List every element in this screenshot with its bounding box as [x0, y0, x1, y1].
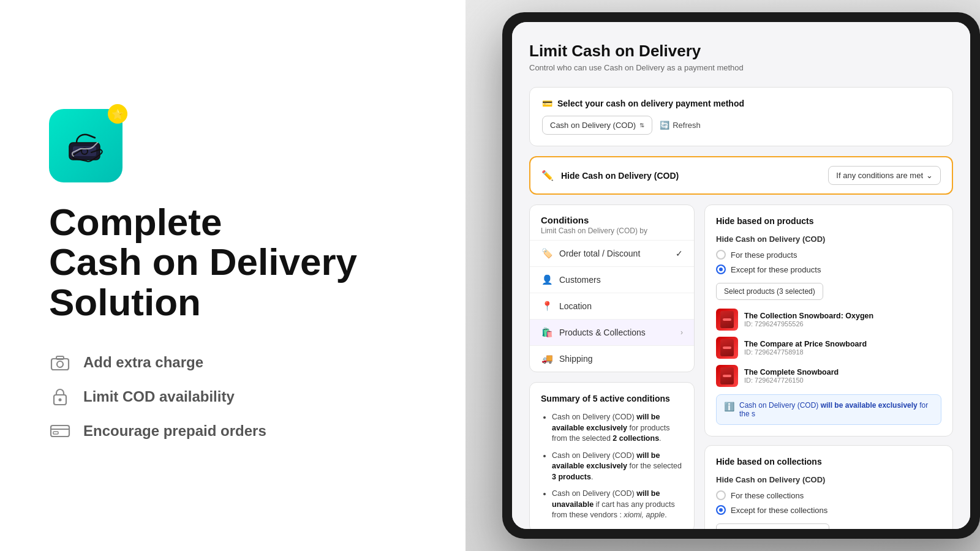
summary-item-2: Cash on Delivery (COD) will be available… — [552, 451, 683, 483]
right-panel: Limit Cash on Delivery Control who can u… — [466, 0, 980, 551]
app-icon-wrapper: ⭐ — [49, 109, 123, 182]
conditions-card: Conditions Limit Cash on Delivery (COD) … — [529, 204, 695, 372]
refresh-button[interactable]: 🔄 Refresh — [660, 121, 701, 130]
radio-for-products[interactable]: For these products — [716, 250, 941, 260]
summary-list: Cash on Delivery (COD) will be available… — [541, 412, 683, 521]
radio-circle-except — [716, 264, 726, 274]
headline: CompleteCash on DeliverySolution — [49, 202, 417, 321]
svg-point-5 — [57, 361, 63, 367]
card-icon — [49, 420, 71, 442]
info-banner: ℹ️ Cash on Delivery (COD) will be availa… — [716, 394, 941, 425]
svg-point-3 — [82, 149, 87, 154]
radio-circle-for — [716, 250, 726, 260]
condition-label-products-collections: Products & Collections — [559, 328, 674, 337]
product-id-1: ID: 7296247955526 — [744, 320, 941, 328]
feature-text-prepaid: Encourage prepaid orders — [83, 422, 266, 440]
lock-icon — [49, 386, 71, 408]
radio-except-products[interactable]: Except for these products — [716, 264, 941, 274]
select-products-button[interactable]: Select products (3 selected) — [716, 283, 823, 300]
check-icon: ✓ — [676, 249, 683, 258]
hide-icon: ✏️ — [541, 170, 554, 181]
radio-for-coll-label: For these collections — [731, 491, 804, 500]
left-panel: ⭐ CompleteCash on DeliverySolution Add e… — [0, 0, 466, 551]
products-card-title: Hide based on products — [716, 216, 941, 226]
select-method-header: 💳 Select your cash on delivery payment m… — [542, 99, 940, 108]
product-item-3: The Complete Snowboard ID: 7296247726150 — [716, 365, 941, 387]
payment-method-dropdown[interactable]: Cash on Delivery (COD) ⇅ — [542, 116, 652, 135]
collections-radio-group: For these collections Except for these c… — [716, 490, 941, 515]
products-sub-label: Hide Cash on Delivery (COD) — [716, 234, 941, 244]
col-left: Conditions Limit Cash on Delivery (COD) … — [529, 204, 695, 529]
condition-label-customers: Customers — [559, 275, 683, 285]
radio-except-label: Except for these products — [731, 265, 821, 274]
location-icon: 📍 — [541, 301, 553, 312]
select-method-label: Select your cash on delivery payment met… — [557, 99, 744, 108]
chevron-right-icon: › — [680, 328, 683, 337]
shopping-bag-icon: 🛍️ — [541, 327, 553, 338]
product-name-1: The Collection Snowboard: Oxygen — [744, 312, 941, 320]
condition-dropdown[interactable]: If any conditions are met ⌄ — [828, 166, 941, 185]
radio-except-coll-label: Except for these collections — [731, 506, 827, 515]
select-payment-card: 💳 Select your cash on delivery payment m… — [529, 87, 953, 146]
app-ui[interactable]: Limit Cash on Delivery Control who can u… — [512, 22, 970, 529]
payment-method-value: Cash on Delivery (COD) — [550, 121, 636, 130]
page-title: Limit Cash on Delivery — [529, 42, 953, 61]
refresh-icon: 🔄 — [660, 121, 669, 130]
svg-point-8 — [59, 398, 62, 401]
feature-text-limit: Limit COD availability — [83, 388, 235, 405]
condition-item-customers[interactable]: 👤 Customers — [530, 266, 694, 293]
condition-label-shipping: Shipping — [559, 354, 683, 364]
tablet-mockup: Limit Cash on Delivery Control who can u… — [502, 12, 980, 539]
summary-title: Summary of 5 active conditions — [541, 394, 683, 403]
user-icon: 👤 — [541, 274, 553, 285]
condition-item-products-collections[interactable]: 🛍️ Products & Collections › — [530, 319, 694, 345]
products-radio-group: For these products Except for these prod… — [716, 250, 941, 274]
feature-item-charge: Add extra charge — [49, 351, 417, 373]
col-right: Hide based on products Hide Cash on Deli… — [704, 204, 953, 529]
product-id-2: ID: 7296247758918 — [744, 348, 941, 356]
product-name-2: The Compare at Price Snowboard — [744, 340, 941, 348]
summary-card: Summary of 5 active conditions Cash on D… — [529, 382, 695, 529]
product-item-2: The Compare at Price Snowboard ID: 72962… — [716, 337, 941, 359]
chevron-up-down-icon: ⇅ — [639, 122, 644, 129]
hide-cod-label: Hide Cash on Delivery (COD) — [561, 171, 821, 181]
hide-cod-banner: ✏️ Hide Cash on Delivery (COD) If any co… — [529, 156, 953, 195]
condition-item-shipping[interactable]: 🚚 Shipping — [530, 345, 694, 372]
feature-text-charge: Add extra charge — [83, 354, 203, 371]
refresh-label: Refresh — [673, 121, 701, 130]
product-thumb-3 — [716, 365, 738, 387]
hide-products-card: Hide based on products Hide Cash on Deli… — [704, 204, 953, 437]
radio-for-label: For these products — [731, 250, 797, 260]
product-list: The Collection Snowboard: Oxygen ID: 729… — [716, 309, 941, 387]
product-thumb-2 — [716, 337, 738, 359]
condition-label-order-total: Order total / Discount — [559, 249, 669, 258]
conditions-subtitle: Limit Cash on Delivery (COD) by — [541, 227, 683, 235]
info-text: Cash on Delivery (COD) will be available… — [739, 401, 933, 418]
svg-rect-9 — [51, 425, 69, 437]
collections-card-title: Hide based on collections — [716, 457, 941, 467]
feature-item-prepaid: Encourage prepaid orders — [49, 420, 417, 442]
collections-sub-label: Hide Cash on Delivery (COD) — [716, 475, 941, 484]
radio-circle-for-coll — [716, 490, 726, 500]
condition-item-order-total[interactable]: 🏷️ Order total / Discount ✓ — [530, 240, 694, 266]
payment-icon: 💳 — [542, 99, 552, 108]
product-name-3: The Complete Snowboard — [744, 368, 941, 377]
condition-item-location[interactable]: 📍 Location — [530, 293, 694, 319]
product-info-1: The Collection Snowboard: Oxygen ID: 729… — [744, 312, 941, 328]
summary-item-3: Cash on Delivery (COD) will be unavailab… — [552, 489, 683, 521]
star-badge: ⭐ — [108, 104, 127, 124]
hide-collections-card: Hide based on collections Hide Cash on D… — [704, 445, 953, 529]
svg-rect-4 — [51, 359, 69, 370]
select-method-row: Cash on Delivery (COD) ⇅ 🔄 Refresh — [542, 116, 940, 135]
radio-circle-except-coll — [716, 505, 726, 515]
features-list: Add extra charge Limit COD availability — [49, 351, 417, 442]
summary-item-1: Cash on Delivery (COD) will be available… — [552, 412, 683, 444]
select-collections-button[interactable]: Select collections (2 selected) — [716, 523, 829, 529]
conditions-title: Conditions — [541, 215, 683, 225]
svg-rect-6 — [56, 356, 64, 359]
product-item-1: The Collection Snowboard: Oxygen ID: 729… — [716, 309, 941, 331]
svg-rect-11 — [53, 432, 58, 434]
info-icon: ℹ️ — [724, 402, 734, 411]
radio-for-collections[interactable]: For these collections — [716, 490, 941, 500]
radio-except-collections[interactable]: Except for these collections — [716, 505, 941, 515]
